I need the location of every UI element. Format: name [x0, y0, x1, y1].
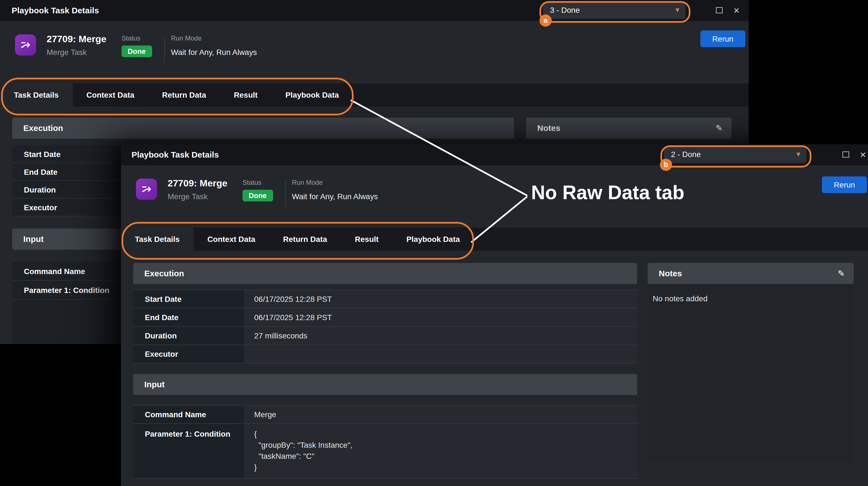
- tab-result[interactable]: Result: [220, 83, 272, 106]
- maximize-icon: [842, 152, 849, 158]
- notes-title: Notes: [537, 123, 560, 133]
- status-badge: Done: [243, 190, 273, 201]
- run-mode-value: Wait for Any, Run Always: [171, 48, 257, 57]
- run-mode-label: Run Mode: [292, 179, 378, 186]
- rerun-button[interactable]: Rerun: [822, 176, 867, 193]
- dropdown-value: 2 - Done: [671, 150, 701, 159]
- maximize-icon: [716, 7, 722, 13]
- tab-content: Execution Notes ✎ No notes added Start D…: [121, 251, 868, 486]
- execution-table: Start Date 06/17/2025 12:28 PST End Date…: [133, 290, 637, 363]
- merge-task-icon: [136, 179, 157, 200]
- tab-context-data[interactable]: Context Data: [193, 227, 269, 251]
- maximize-button[interactable]: [840, 149, 851, 160]
- edit-notes-icon[interactable]: ✎: [716, 118, 722, 139]
- annotation-badge-b: b: [660, 159, 672, 171]
- window-title: Playbook Task Details: [131, 150, 219, 159]
- row-label: Executor: [133, 345, 244, 363]
- row-value: { "groupBy": "Task Instance", "taskName"…: [244, 424, 637, 478]
- divider: [164, 37, 165, 63]
- notes-section-header: Notes ✎: [648, 263, 854, 284]
- row-label: Duration: [133, 327, 244, 345]
- table-row: Command Name Merge: [133, 406, 637, 424]
- tab-context-data[interactable]: Context Data: [72, 83, 148, 106]
- execution-section-header: Execution: [12, 118, 514, 139]
- task-subtitle: Merge Task: [46, 48, 87, 57]
- row-value: Merge: [244, 406, 637, 423]
- run-mode-label: Run Mode: [171, 34, 257, 42]
- row-label: Parameter 1: Condition: [133, 424, 244, 478]
- status-badge: Done: [122, 45, 152, 57]
- row-value: [244, 345, 637, 363]
- status-label: Status: [122, 34, 152, 42]
- task-title: 27709: Merge: [167, 178, 227, 189]
- tab-playbook-data[interactable]: Playbook Data: [392, 227, 474, 251]
- chevron-down-icon: ▼: [797, 152, 800, 157]
- tab-result[interactable]: Result: [341, 227, 393, 251]
- input-section-header: Input: [133, 374, 637, 395]
- playbook-task-details-window-front: Playbook Task Details 2 - Done ▼ ✕ 27709…: [121, 144, 868, 486]
- close-button[interactable]: ✕: [858, 149, 868, 160]
- tab-return-data[interactable]: Return Data: [148, 83, 220, 106]
- run-mode-block: Run Mode Wait for Any, Run Always: [292, 179, 378, 201]
- merge-icon: [140, 183, 153, 196]
- table-row: Start Date 06/17/2025 12:28 PST: [133, 290, 637, 309]
- tab-bar: Task Details Context Data Return Data Re…: [121, 227, 868, 251]
- task-header: 27709: Merge Merge Task Status Done Run …: [0, 21, 749, 82]
- table-row: Parameter 1: Condition { "groupBy": "Tas…: [133, 424, 637, 479]
- dropdown-value: 3 - Done: [550, 5, 580, 14]
- run-mode-value: Wait for Any, Run Always: [292, 192, 378, 201]
- tab-bar: Task Details Context Data Return Data Re…: [0, 83, 749, 106]
- notes-section-header: Notes ✎: [526, 118, 732, 139]
- table-row: Executor: [133, 345, 637, 363]
- task-header: 27709: Merge Merge Task Status Done Run …: [121, 165, 868, 226]
- input-table: Command Name Merge Parameter 1: Conditio…: [133, 405, 637, 479]
- task-status-dropdown[interactable]: 3 - Done ▼: [543, 2, 685, 19]
- row-value: 06/17/2025 12:28 PST: [244, 290, 637, 308]
- rerun-button[interactable]: Rerun: [701, 31, 745, 47]
- task-title: 27709: Merge: [46, 34, 106, 45]
- divider: [285, 181, 286, 207]
- table-row: Duration 27 milliseconds: [133, 327, 637, 345]
- window-title: Playbook Task Details: [12, 5, 99, 15]
- status-block: Status Done: [122, 34, 152, 57]
- row-value: 06/17/2025 12:28 PST: [244, 309, 637, 326]
- row-label: End Date: [133, 309, 244, 326]
- merge-task-icon: [15, 34, 36, 56]
- titlebar: Playbook Task Details 2 - Done ▼ ✕: [121, 144, 868, 165]
- annotation-badge-a: a: [539, 14, 552, 27]
- tab-playbook-data[interactable]: Playbook Data: [271, 83, 353, 106]
- notes-title: Notes: [659, 268, 682, 278]
- task-status-dropdown[interactable]: 2 - Done ▼: [664, 147, 806, 163]
- close-button[interactable]: ✕: [731, 5, 742, 16]
- row-label: Command Name: [133, 406, 244, 423]
- tab-task-details[interactable]: Task Details: [0, 83, 72, 106]
- status-block: Status Done: [243, 179, 273, 201]
- titlebar: Playbook Task Details 3 - Done ▼ ✕: [0, 0, 749, 21]
- run-mode-block: Run Mode Wait for Any, Run Always: [171, 34, 257, 57]
- tab-return-data[interactable]: Return Data: [269, 227, 341, 251]
- table-row: End Date 06/17/2025 12:28 PST: [133, 309, 637, 327]
- merge-icon: [19, 38, 32, 52]
- edit-notes-icon[interactable]: ✎: [838, 263, 845, 284]
- row-label: Start Date: [133, 290, 244, 308]
- task-subtitle: Merge Task: [167, 192, 208, 201]
- row-value: 27 milliseconds: [244, 327, 637, 345]
- chevron-down-icon: ▼: [675, 7, 679, 13]
- execution-section-header: Execution: [133, 263, 637, 284]
- callout-text: No Raw Data tab: [531, 182, 684, 204]
- tab-task-details[interactable]: Task Details: [121, 227, 193, 251]
- notes-body: No notes added: [648, 284, 854, 462]
- status-label: Status: [243, 179, 273, 186]
- screen: Playbook Task Details 3 - Done ▼ ✕ 27709…: [0, 0, 868, 486]
- maximize-button[interactable]: [714, 5, 725, 16]
